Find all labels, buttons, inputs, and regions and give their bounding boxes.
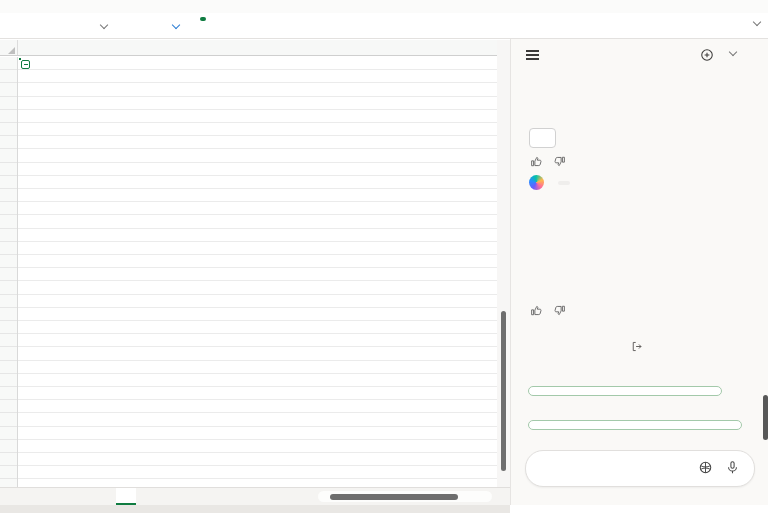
- thumbs-down-icon[interactable]: [553, 304, 566, 317]
- table-feedback: [530, 155, 566, 168]
- ai-disclaimer-badge: [558, 181, 570, 185]
- stop-exit-icon: [630, 340, 643, 353]
- horizontal-scrollbar-thumb[interactable]: [330, 494, 458, 500]
- stop-advanced-analysis-link[interactable]: [511, 340, 768, 353]
- python-card-icon: [21, 60, 30, 69]
- thumbs-up-icon[interactable]: [530, 304, 543, 317]
- formula-bar: [0, 13, 768, 39]
- row-headers: [0, 57, 18, 487]
- name-box[interactable]: [5, 16, 113, 36]
- copilot-avatar: [529, 175, 544, 190]
- excel-window: [0, 0, 768, 513]
- suggestion-chip[interactable]: [528, 386, 722, 396]
- fill-handle[interactable]: [18, 57, 22, 61]
- formula-bar-expand-icon[interactable]: [753, 18, 761, 26]
- window-bottom-strip: [0, 505, 510, 513]
- microphone-icon[interactable]: [725, 460, 740, 475]
- tab-analysis1[interactable]: [116, 488, 136, 505]
- python-output-selector-icon[interactable]: [171, 18, 179, 30]
- vertical-scrollbar-thumb[interactable]: [501, 311, 506, 471]
- message-input-container: [525, 450, 755, 487]
- spreadsheet-area: [0, 39, 510, 505]
- thumbs-down-icon[interactable]: [553, 155, 566, 168]
- web-globe-icon[interactable]: [698, 460, 713, 475]
- select-all-triangle-icon: [8, 47, 15, 54]
- new-chat-icon[interactable]: [700, 48, 714, 62]
- vertical-scrollbar[interactable]: [497, 40, 510, 487]
- grid-body[interactable]: [18, 57, 497, 487]
- copilot-header: [511, 39, 768, 69]
- copilot-message-header: [529, 175, 570, 190]
- message-feedback: [530, 304, 566, 317]
- column-headers: [0, 40, 497, 56]
- result-table: [529, 70, 740, 119]
- horizontal-scrollbar[interactable]: [318, 491, 492, 502]
- sheet-tab-bar: [0, 487, 510, 505]
- thumbs-up-icon[interactable]: [530, 155, 543, 168]
- menu-icon[interactable]: [526, 50, 539, 62]
- dataframe-chip[interactable]: [21, 58, 32, 70]
- suggestion-chip[interactable]: [528, 420, 742, 430]
- select-all-corner[interactable]: [0, 40, 18, 56]
- message-copilot-input[interactable]: [544, 460, 684, 474]
- add-results-button[interactable]: [529, 128, 556, 148]
- chevron-down-icon: [100, 20, 108, 28]
- copilot-scrollbar-thumb[interactable]: [763, 395, 768, 440]
- collapse-panel-icon[interactable]: [729, 48, 737, 56]
- python-badge: [200, 17, 206, 21]
- tab-sheet1[interactable]: [62, 488, 82, 505]
- copilot-panel: [510, 39, 768, 505]
- title-bar: [0, 0, 768, 13]
- selected-cell-A56[interactable]: [18, 57, 20, 59]
